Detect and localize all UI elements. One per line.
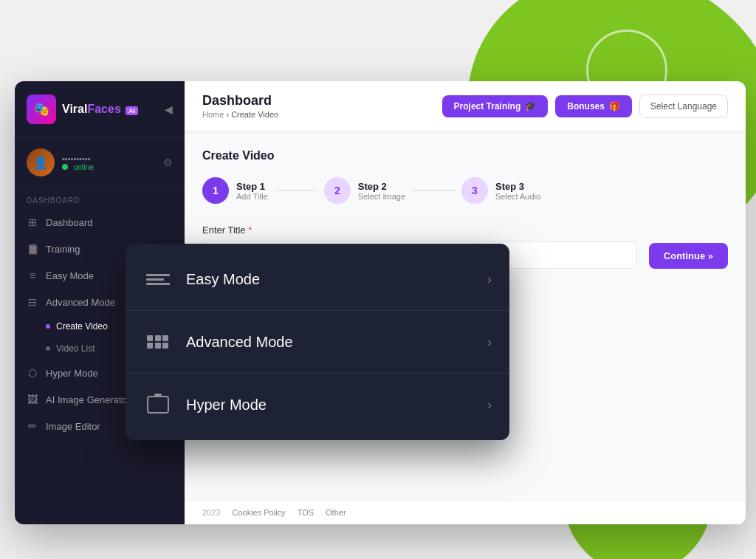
hyper-mode-icon: ⬡ [27, 367, 38, 379]
tos-link[interactable]: TOS [298, 508, 314, 517]
easy-mode-icon: ≡ [27, 270, 38, 281]
breadcrumb-home[interactable]: Home [202, 110, 224, 119]
section-title: Create Video [202, 149, 728, 162]
advanced-mode-label: Advanced Mode [186, 334, 474, 351]
dropdown-chevron-easy: › [487, 272, 492, 287]
step-1-label: Step 1 [236, 181, 268, 192]
step-3-label: Step 3 [495, 181, 540, 192]
sidebar-item-label: Training [46, 244, 80, 255]
dropdown-item-advanced-mode[interactable]: Advanced Mode › [126, 314, 509, 370]
dropdown-item-easy-mode[interactable]: Easy Mode › [126, 251, 509, 307]
ai-badge: AI [126, 106, 138, 115]
hyper-mode-dropdown-icon [143, 390, 173, 419]
select-language-button[interactable]: Select Language [639, 95, 728, 118]
step-3-label-block: Step 3 Select Audio [495, 181, 540, 201]
settings-icon[interactable]: ⚙ [163, 157, 173, 168]
user-status: online [62, 163, 156, 171]
cookies-policy-link[interactable]: Cookies Policy [232, 508, 285, 517]
username: •••••••••• [62, 154, 156, 163]
header: Dashboard Home › Create Video Project Tr… [185, 81, 746, 131]
step-3: 3 Step 3 Select Audio [461, 177, 540, 204]
breadcrumb-current: Create Video [231, 110, 278, 119]
header-actions: Project Training 🎓 Bonuses 🎁 Select Lang… [442, 95, 728, 118]
dropdown-item-hyper-mode[interactable]: Hyper Mode › [126, 377, 509, 433]
logo-icon: 🎭 [27, 95, 56, 124]
gift-icon: 🎁 [609, 101, 620, 112]
bullet-icon [46, 324, 50, 329]
step-connector-2 [411, 190, 456, 191]
continue-button[interactable]: Continue » [649, 243, 728, 269]
user-info: •••••••••• online [62, 154, 156, 171]
hyper-mode-label: Hyper Mode [186, 397, 474, 414]
other-link[interactable]: Other [326, 508, 346, 517]
required-star: * [248, 224, 252, 236]
steps-row: 1 Step 1 Add Title 2 Step 2 Select Image [202, 177, 728, 204]
user-profile: 👤 •••••••••• online ⚙ [15, 138, 185, 188]
step-3-sublabel: Select Audio [495, 192, 540, 201]
step-1-sublabel: Add Title [236, 192, 268, 201]
dashboard-icon: ⊞ [27, 216, 38, 228]
easy-mode-label: Easy Mode [186, 271, 474, 288]
image-editor-icon: ✏ [27, 420, 38, 432]
sidebar-item-label: Easy Mode [46, 270, 94, 281]
footer-year: 2023 [202, 508, 220, 517]
dropdown-divider-1 [126, 310, 509, 311]
step-2-sublabel: Select Image [358, 192, 405, 201]
sidebar-item-label: Video List [56, 343, 94, 354]
breadcrumb: Home › Create Video [202, 110, 278, 119]
sidebar-item-dashboard[interactable]: ⊞ Dashboard [15, 209, 185, 236]
bonuses-button[interactable]: Bonuses 🎁 [555, 95, 632, 117]
sidebar-collapse-button[interactable]: ◀ [165, 103, 173, 115]
advanced-mode-icon: ⊟ [27, 296, 38, 308]
sidebar-item-label: Create Video [56, 321, 108, 332]
sidebar-item-label: Hyper Mode [46, 368, 98, 379]
dropdown-chevron-hyper: › [487, 397, 492, 413]
step-1-circle: 1 [202, 177, 229, 204]
mode-dropdown: Easy Mode › Advanced Mode › Hyper Mode › [126, 244, 509, 440]
header-left: Dashboard Home › Create Video [202, 93, 278, 119]
sidebar-logo: 🎭 ViralFaces AI ◀ [15, 81, 185, 138]
step-2-label-block: Step 2 Select Image [358, 181, 405, 201]
step-2-label: Step 2 [358, 181, 405, 192]
easy-mode-dropdown-icon [143, 264, 173, 294]
online-indicator [62, 164, 68, 170]
sidebar-item-label: Dashboard [46, 217, 93, 228]
dropdown-chevron-advanced: › [487, 335, 492, 350]
training-icon-small: 🎓 [525, 101, 536, 112]
step-1: 1 Step 1 Add Title [202, 177, 268, 204]
training-icon: 📋 [27, 243, 38, 255]
enter-title-label: Enter Title * [202, 224, 637, 236]
project-training-button[interactable]: Project Training 🎓 [442, 95, 549, 117]
step-connector-1 [274, 190, 318, 191]
avatar: 👤 [27, 148, 55, 176]
step-3-circle: 3 [461, 177, 488, 204]
logo-text: ViralFaces AI [62, 103, 138, 116]
ai-image-icon: 🖼 [27, 394, 38, 405]
dropdown-divider-2 [126, 373, 509, 374]
step-1-label-block: Step 1 Add Title [236, 181, 268, 201]
bullet-icon [46, 346, 50, 351]
page-title: Dashboard [202, 93, 278, 109]
sidebar-item-label: Advanced Mode [46, 297, 115, 308]
advanced-mode-dropdown-icon [143, 327, 173, 357]
step-2-circle: 2 [324, 177, 351, 204]
footer: 2023 Cookies Policy TOS Other [185, 500, 746, 524]
sidebar-item-label: AI Image Generator [46, 394, 130, 405]
nav-section-label: DASHBOARD [15, 188, 185, 209]
step-2: 2 Step 2 Select Image [324, 177, 405, 204]
sidebar-item-label: Image Editor [46, 421, 100, 432]
avatar-image: 👤 [27, 148, 55, 176]
